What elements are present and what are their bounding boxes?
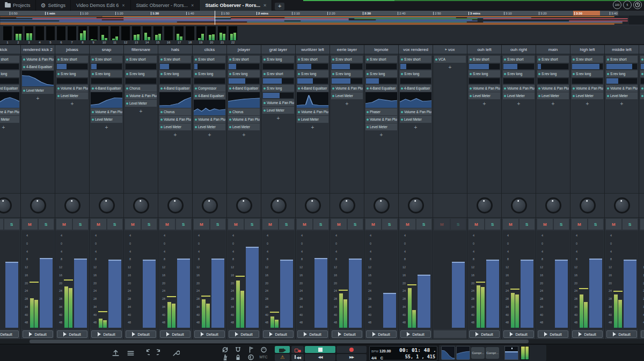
channel-name[interactable]: m	[639, 45, 644, 55]
plugin-slot[interactable]: Volume & Pan Plugin	[400, 108, 431, 115]
solo-button[interactable]: S	[176, 219, 192, 230]
send-level-bar[interactable]	[194, 78, 225, 84]
default-preset-button[interactable]: Default	[641, 330, 644, 338]
mute-button[interactable]: M	[22, 219, 38, 230]
channel-name[interactable]: eerie layer	[330, 45, 364, 55]
channel-name[interactable]: hats	[158, 45, 192, 55]
plugin-slot[interactable]: Volume & Pan Plugin	[22, 56, 54, 63]
plugin-slot[interactable]: S:rev short	[640, 56, 644, 63]
default-preset-button[interactable]: Default	[400, 330, 431, 338]
cpu-gauge[interactable]: 100	[613, 1, 621, 9]
add-plugin-button[interactable]: +	[297, 123, 328, 132]
volume-fader[interactable]	[246, 247, 259, 328]
plugin-slot[interactable]: Level Meter	[0, 116, 19, 123]
pan-knob[interactable]	[305, 197, 321, 213]
plugin-slot[interactable]: Level Meter	[606, 92, 638, 99]
solo-button[interactable]: S	[313, 219, 329, 230]
send-level-bar[interactable]	[56, 78, 88, 84]
plugin-slot[interactable]: S:rev long	[159, 70, 191, 77]
mute-button[interactable]: M	[640, 219, 644, 230]
arrangement-overview[interactable]	[0, 16, 644, 25]
plugin-slot[interactable]: Level Meter	[228, 123, 260, 130]
send-level-bar[interactable]	[365, 78, 397, 84]
solo-button[interactable]: S	[107, 219, 123, 230]
scrollbar-thumb[interactable]	[30, 340, 529, 343]
plugin-slot[interactable]: S:rev long	[91, 70, 122, 77]
volume-fader[interactable]	[143, 260, 156, 328]
plugin-slot[interactable]: 4-Band Equaliser	[194, 92, 225, 99]
plugin-slot[interactable]: Compressor	[194, 85, 225, 92]
plugin-slot[interactable]: S:rev long	[606, 70, 638, 77]
default-preset-button[interactable]: Default	[572, 330, 603, 338]
mute-button[interactable]: M	[400, 219, 415, 230]
add-plugin-button[interactable]: +	[228, 131, 260, 139]
channel-name[interactable]: lepnote	[364, 45, 398, 55]
close-icon[interactable]: ×	[122, 3, 125, 8]
plugin-slot[interactable]: Level Meter	[91, 116, 122, 123]
pan-knob[interactable]	[374, 197, 390, 213]
default-preset-button[interactable]: Default	[194, 330, 225, 338]
default-preset-button[interactable]: Default	[503, 330, 534, 338]
add-plugin-button[interactable]: +	[606, 100, 638, 108]
send-level-bar[interactable]	[537, 78, 569, 84]
channel-name[interactable]: ouh left	[467, 45, 501, 55]
plugin-slot[interactable]: S:rev short	[125, 56, 157, 63]
volume-fader[interactable]	[40, 258, 53, 328]
plugin-slot[interactable]: Level Meter	[572, 92, 603, 99]
plugin-slot[interactable]: S:rev long	[503, 70, 535, 77]
solo-button[interactable]: S	[623, 219, 638, 230]
plugin-slot[interactable]: Volume & Pan Plugin	[469, 85, 500, 92]
pan-knob[interactable]	[408, 197, 424, 213]
plugin-slot[interactable]: Level Meter	[365, 123, 397, 130]
solo-button[interactable]: S	[39, 219, 54, 230]
send-level-bar[interactable]	[262, 78, 294, 84]
volume-fader[interactable]	[624, 260, 636, 328]
plugin-slot[interactable]: S:rev long	[0, 70, 19, 77]
mute-button[interactable]: M	[297, 219, 312, 230]
plugin-slot[interactable]: Volume & Pan Plugin	[331, 85, 363, 92]
volume-fader[interactable]	[108, 260, 121, 328]
clock-gauge[interactable]	[633, 1, 642, 9]
mute-button[interactable]: M	[91, 219, 106, 230]
volume-fader[interactable]	[452, 262, 465, 328]
timeline-ruler[interactable]: 0:501 min1:101:201:301:401:502 mins2:102…	[0, 11, 644, 16]
settings-button[interactable]: ⚙ Settings	[36, 0, 71, 11]
plugin-slot[interactable]: S:rev short	[503, 56, 535, 63]
plugin-slot[interactable]: Level Meter	[125, 100, 157, 107]
plugin-slot[interactable]: S:rev short	[537, 56, 569, 63]
send-level-bar[interactable]	[572, 78, 603, 84]
plugin-slot[interactable]: S:rev short	[469, 56, 500, 63]
send-level-bar[interactable]	[159, 63, 191, 70]
plugin-slot[interactable]: Volume & Pan Plugin	[537, 85, 569, 92]
solo-button[interactable]: S	[210, 219, 226, 230]
plugin-slot[interactable]: S:rev long	[365, 70, 397, 77]
send-level-bar[interactable]	[228, 78, 260, 84]
plugin-slot[interactable]: S:rev short	[331, 56, 363, 63]
channel-name[interactable]: jxbass	[55, 45, 89, 55]
send-level-bar[interactable]	[331, 78, 363, 84]
plugin-slot[interactable]: S:rev long	[572, 70, 603, 77]
add-plugin-button[interactable]: +	[503, 100, 535, 108]
plugin-slot[interactable]: Chorus	[159, 108, 191, 115]
volume-fader[interactable]	[349, 259, 362, 328]
plugin-slot[interactable]: Volume & Pan Plugin	[125, 92, 157, 99]
plugin-slot[interactable]: Volume & Pan Plugin	[159, 116, 191, 123]
eq-curve-thumbnail[interactable]	[194, 100, 225, 115]
solo-button[interactable]: S	[416, 219, 432, 230]
channel-name[interactable]: snap	[90, 45, 123, 55]
channel-name[interactable]: high left	[570, 45, 604, 55]
add-plugin-button[interactable]: +	[91, 123, 122, 132]
add-plugin-button[interactable]: +	[0, 123, 19, 132]
stop-button[interactable]	[305, 346, 335, 353]
send-level-bar[interactable]	[228, 63, 260, 70]
pan-knob[interactable]	[270, 197, 287, 213]
plugin-slot[interactable]: Phaser	[365, 108, 397, 115]
plugin-slot[interactable]: S:rev long	[297, 70, 328, 77]
plugin-slot[interactable]: Volume & Pan Plugin	[640, 85, 644, 92]
plugin-slot[interactable]: Level Meter	[469, 92, 500, 99]
plugin-slot[interactable]: Level Meter	[640, 92, 644, 99]
default-preset-button[interactable]: Default	[538, 330, 568, 338]
send-level-bar[interactable]	[537, 63, 569, 70]
volume-fader[interactable]	[280, 260, 293, 328]
channel-name[interactable]: filtersnare	[124, 45, 158, 55]
